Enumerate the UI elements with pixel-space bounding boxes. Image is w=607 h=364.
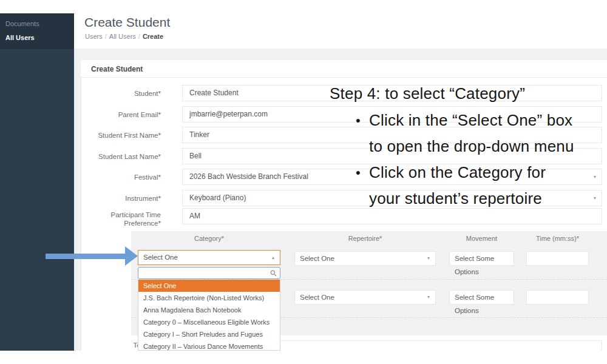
category-column-header: Category*: [138, 235, 280, 242]
annotation-text: Click in the “Select One” box: [369, 111, 572, 129]
time-preference-label: Participant Time Preference*: [85, 211, 161, 228]
category-select-value: Select One: [143, 254, 178, 261]
annotation-bullet-1-cont: to open the drop-down menu: [369, 137, 574, 156]
chevron-up-icon: ▴: [272, 251, 274, 265]
movement-multiselect-row1[interactable]: Select Some Options: [449, 251, 514, 266]
panel-header: [81, 60, 607, 78]
app-screen: Documents All Users Create Student Users…: [0, 0, 607, 364]
chevron-down-icon: ▾: [427, 291, 430, 304]
canvas-bottom-strip: [0, 351, 607, 364]
parent-email-label: Parent Email*: [85, 110, 161, 119]
bullet-icon: •: [356, 165, 369, 181]
annotation-arrow: [46, 254, 126, 259]
annotation-text: your student’s repertoire: [369, 189, 542, 207]
instrument-value: Keyboard (Piano): [189, 194, 246, 202]
breadcrumb-separator: /: [105, 33, 107, 40]
repertoire-column-header: Repertoire*: [294, 235, 436, 242]
annotation-text: Step 4: to select “Category”: [330, 84, 525, 103]
category-search-input[interactable]: [138, 267, 280, 279]
repertoire-select-row2[interactable]: Select One ▾: [294, 290, 436, 305]
sidebar-item-all-users[interactable]: All Users: [5, 34, 35, 41]
search-icon: [270, 270, 277, 277]
dropdown-option-category-0[interactable]: Category 0 – Miscellaneous Eligible Work…: [138, 316, 280, 328]
repertoire-select-row1[interactable]: Select One ▾: [294, 251, 436, 266]
chevron-down-icon: ▾: [427, 252, 430, 265]
movement-column-header: Movement: [449, 235, 514, 242]
last-name-label: Student Last Name*: [85, 152, 161, 161]
festival-label: Festival*: [85, 173, 161, 181]
sidebar-item-documents[interactable]: Documents: [5, 20, 39, 27]
dropdown-option-js-bach[interactable]: J.S. Bach Repertoire (Non-Listed Works): [138, 292, 280, 304]
chevron-down-icon: ▾: [594, 169, 596, 184]
annotation-text: Click on the Category for: [369, 163, 546, 181]
annotation-bullet-2-cont: your student’s repertoire: [369, 189, 542, 208]
repertoire-value: Select One: [300, 255, 334, 262]
page-title: Create Student: [84, 15, 170, 30]
dropdown-option-select-one[interactable]: Select One: [138, 280, 280, 292]
breadcrumb-create: Create: [143, 33, 163, 40]
category-dropdown-list: Select One J.S. Bach Repertoire (Non-Lis…: [138, 280, 280, 351]
student-label: Student*: [85, 89, 161, 98]
time-column-header: Time (mm:ss)*: [526, 235, 589, 242]
dropdown-option-category-1[interactable]: Category I – Short Preludes and Fugues: [138, 328, 280, 340]
instrument-label: Instrument*: [85, 194, 161, 203]
festival-value: 2026 Bach Westside Branch Festival: [189, 172, 308, 181]
breadcrumb: Users/All Users/Create: [85, 33, 163, 40]
dropdown-option-anna-magdalena[interactable]: Anna Magdalena Bach Notebook: [138, 304, 280, 316]
breadcrumb-separator: /: [138, 33, 140, 40]
breadcrumb-users[interactable]: Users: [85, 33, 103, 40]
repertoire-value: Select One: [300, 294, 334, 301]
dropdown-option-category-2[interactable]: Category II – Various Dance Movements: [138, 340, 280, 351]
panel-title: Create Student: [91, 65, 143, 73]
first-name-label: Student First Name*: [85, 131, 161, 140]
category-select[interactable]: Select One ▴: [138, 250, 280, 265]
movement-multiselect-row2[interactable]: Select Some Options: [449, 290, 514, 305]
sidebar: Documents All Users: [0, 13, 74, 351]
chevron-down-icon: ▾: [594, 190, 596, 206]
annotation-bullet-2: •Click on the Category for: [356, 163, 546, 182]
canvas-top-strip: [0, 0, 607, 13]
breadcrumb-all-users[interactable]: All Users: [109, 33, 136, 40]
annotation-arrow-head: [125, 246, 138, 266]
time-input-row2[interactable]: [526, 290, 589, 305]
bullet-icon: •: [356, 113, 369, 129]
time-input-row1[interactable]: [526, 251, 589, 266]
annotation-step-title: Step 4: to select “Category”: [330, 84, 525, 103]
sidebar-menu: Documents All Users: [0, 13, 74, 49]
annotation-text: to open the drop-down menu: [369, 137, 574, 155]
time-preference-select[interactable]: AM: [182, 208, 602, 224]
annotation-bullet-1: •Click in the “Select One” box: [356, 111, 572, 130]
